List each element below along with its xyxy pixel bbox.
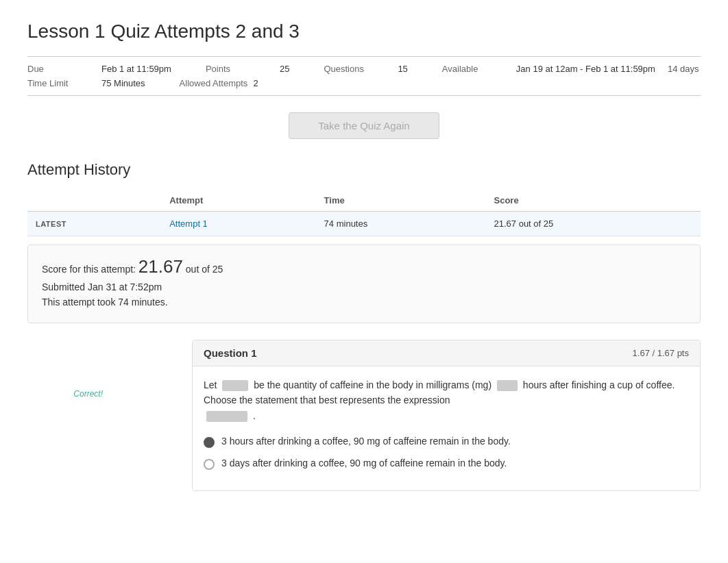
- time-limit-value: 75 Minutes: [101, 78, 145, 88]
- correct-label: Correct!: [73, 389, 103, 399]
- attempt-time: 74 minutes: [316, 212, 486, 236]
- question-block: Question 1 1.67 / 1.67 pts Let be the qu…: [192, 340, 701, 491]
- score-big-value: 21.67: [138, 256, 183, 277]
- available-extra: 14 days: [668, 64, 699, 74]
- time-limit-meta: Time Limit 75 Minutes: [27, 78, 145, 88]
- blurred-var2: [497, 380, 518, 391]
- available-label: Available: [442, 64, 511, 74]
- due-meta: Due Feb 1 at 11:59pm: [27, 64, 171, 74]
- duration-line: This attempt took 74 minutes.: [42, 297, 686, 308]
- table-row: LATEST Attempt 1 74 minutes 21.67 out of…: [27, 212, 701, 236]
- time-limit-label: Time Limit: [27, 78, 96, 88]
- answer-text-2: 3 days after drinking a coffee, 90 mg of…: [221, 458, 507, 468]
- blurred-var3: [206, 411, 247, 422]
- page-title: Lesson 1 Quiz Attempts 2 and 3: [27, 21, 701, 42]
- allowed-attempts-meta: Allowed Attempts 2: [180, 78, 258, 88]
- quiz-meta-section: Due Feb 1 at 11:59pm Points 25 Questions…: [27, 56, 701, 96]
- points-label: Points: [206, 64, 274, 74]
- points-value: 25: [280, 64, 289, 74]
- question-body: Let be the quantity of caffeine in the b…: [193, 366, 700, 490]
- take-quiz-button[interactable]: Take the Quiz Again: [289, 112, 439, 139]
- answers-container: 3 hours after drinking a coffee, 90 mg o…: [204, 436, 689, 470]
- score-label: Score for this attempt:: [42, 264, 136, 275]
- answer-option-1: 3 hours after drinking a coffee, 90 mg o…: [204, 436, 689, 448]
- question-points: 1.67 / 1.67 pts: [633, 348, 689, 358]
- due-label: Due: [27, 64, 96, 74]
- question-header: Question 1 1.67 / 1.67 pts: [193, 340, 700, 366]
- attempt-history-table: Attempt Time Score LATEST Attempt 1 74 m…: [27, 190, 701, 236]
- available-meta: Available Jan 19 at 12am - Feb 1 at 11:5…: [442, 64, 699, 74]
- answer-option-2: 3 days after drinking a coffee, 90 mg of…: [204, 458, 689, 470]
- blurred-var1: [222, 380, 248, 391]
- questions-value: 15: [398, 64, 407, 74]
- points-meta: Points 25: [206, 64, 289, 74]
- attempt-link[interactable]: Attempt 1: [169, 218, 208, 229]
- text-before: Let: [204, 379, 217, 390]
- col-header-attempt: Attempt: [161, 190, 315, 212]
- attempt-score: 21.67 out of 25: [486, 212, 701, 236]
- question-number: Question 1: [204, 347, 257, 359]
- question-text: Let be the quantity of caffeine in the b…: [204, 377, 689, 423]
- col-header-time: Time: [316, 190, 486, 212]
- col-header-score: Score: [486, 190, 701, 212]
- allowed-attempts-label: Allowed Attempts: [180, 78, 248, 88]
- answer-text-1: 3 hours after drinking a coffee, 90 mg o…: [221, 436, 511, 447]
- radio-button-2[interactable]: [204, 459, 215, 470]
- text-middle: be the quantity of caffeine in the body …: [254, 379, 492, 390]
- text-end: .: [253, 410, 256, 421]
- latest-badge: LATEST: [36, 220, 66, 228]
- score-summary: Score for this attempt: 21.67 out of 25 …: [27, 245, 701, 323]
- attempt-history-title: Attempt History: [27, 161, 701, 179]
- submitted-line: Submitted Jan 31 at 7:52pm: [42, 282, 686, 292]
- available-value: Jan 19 at 12am - Feb 1 at 11:59pm: [516, 64, 655, 74]
- questions-label: Questions: [324, 64, 392, 74]
- allowed-attempts-value: 2: [254, 78, 258, 88]
- radio-button-1[interactable]: [204, 437, 215, 448]
- questions-meta: Questions 15: [324, 64, 407, 74]
- due-value: Feb 1 at 11:59pm: [101, 64, 171, 74]
- score-out-of: out of 25: [186, 264, 223, 275]
- col-header-badge: [27, 190, 161, 212]
- score-line: Score for this attempt: 21.67 out of 25: [42, 256, 686, 277]
